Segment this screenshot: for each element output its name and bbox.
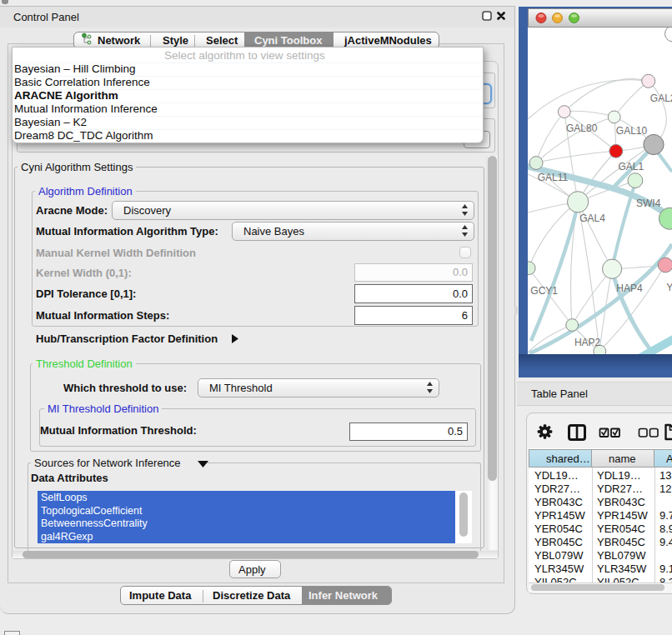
svg-text:HAP4: HAP4 xyxy=(616,282,643,294)
svg-text:GAL10: GAL10 xyxy=(616,125,648,137)
svg-text:GAL4: GAL4 xyxy=(579,212,605,224)
svg-text:SWI4: SWI4 xyxy=(636,198,661,209)
svg-text:HAP2: HAP2 xyxy=(574,337,601,348)
svg-text:GAL80: GAL80 xyxy=(566,122,598,134)
svg-text:GAL1: GAL1 xyxy=(618,161,644,172)
svg-text:GAL11: GAL11 xyxy=(538,172,569,183)
svg-text:GCY1: GCY1 xyxy=(530,285,558,297)
svg-text:Y: Y xyxy=(666,282,672,293)
svg-text:GAL2: GAL2 xyxy=(650,92,672,104)
